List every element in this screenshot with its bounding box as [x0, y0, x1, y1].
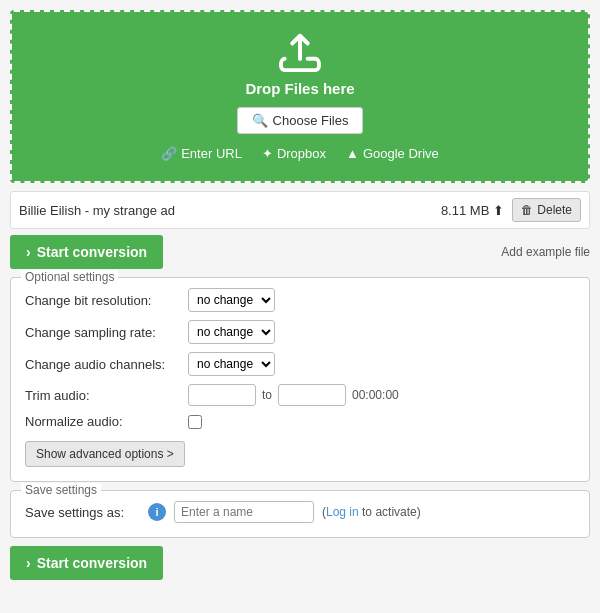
sampling-rate-label: Change sampling rate: [25, 325, 180, 340]
audio-channels-row: Change audio channels: no change mono st… [25, 352, 575, 376]
link-icon: 🔗 [161, 146, 177, 161]
trim-start-input[interactable] [188, 384, 256, 406]
choose-files-label: Choose Files [273, 113, 349, 128]
save-as-label: Save settings as: [25, 505, 140, 520]
trim-audio-label: Trim audio: [25, 388, 180, 403]
normalize-audio-label: Normalize audio: [25, 414, 180, 429]
delete-button[interactable]: 🗑 Delete [512, 198, 581, 222]
dropbox-icon: ✦ [262, 146, 273, 161]
start-conversion-button[interactable]: › Start conversion [10, 235, 163, 269]
save-settings-panel: Save settings Save settings as: i (Log i… [10, 490, 590, 538]
trash-icon: 🗑 [521, 203, 533, 217]
normalize-checkbox[interactable] [188, 415, 202, 429]
enter-url-link[interactable]: 🔗 Enter URL [161, 146, 242, 161]
trim-end-input[interactable] [278, 384, 346, 406]
chevron-right-icon: › [26, 244, 31, 260]
optional-settings-panel: Optional settings Change bit resolution:… [10, 277, 590, 482]
drop-zone[interactable]: Drop Files here 🔍 Choose Files 🔗 Enter U… [10, 10, 590, 183]
bottom-action-row: › Start conversion [10, 546, 590, 580]
file-row: Billie Eilish - my strange ad 8.11 MB ⬆ … [10, 191, 590, 229]
login-activate-text: (Log in to activate) [322, 505, 421, 519]
choose-files-button[interactable]: 🔍 Choose Files [237, 107, 364, 134]
drop-links: 🔗 Enter URL ✦ Dropbox ▲ Google Drive [32, 146, 568, 161]
adv-options-row: Show advanced options > [25, 437, 575, 467]
info-icon[interactable]: i [148, 503, 166, 521]
audio-channels-select[interactable]: no change mono stereo [188, 352, 275, 376]
search-icon: 🔍 [252, 113, 268, 128]
trim-time-label: 00:00:00 [352, 388, 399, 402]
file-size: 8.11 MB ⬆ [441, 203, 504, 218]
upload-arrow-icon: ⬆ [493, 203, 504, 218]
bit-resolution-select[interactable]: no change 8 bit 16 bit 24 bit 32 bit [188, 288, 275, 312]
action-row: › Start conversion Add example file [10, 235, 590, 269]
gdrive-icon: ▲ [346, 146, 359, 161]
login-link[interactable]: Log in [326, 505, 359, 519]
upload-icon [276, 32, 324, 74]
normalize-audio-row: Normalize audio: [25, 414, 575, 429]
sampling-rate-select[interactable]: no change 8000 Hz 22050 Hz 44100 Hz 4800… [188, 320, 275, 344]
drop-text: Drop Files here [32, 80, 568, 97]
bit-resolution-label: Change bit resolution: [25, 293, 180, 308]
google-drive-link[interactable]: ▲ Google Drive [346, 146, 439, 161]
sampling-rate-row: Change sampling rate: no change 8000 Hz … [25, 320, 575, 344]
show-advanced-options-button[interactable]: Show advanced options > [25, 441, 185, 467]
save-row: Save settings as: i (Log in to activate) [25, 501, 575, 523]
chevron-right-icon-bottom: › [26, 555, 31, 571]
trim-to-label: to [262, 388, 272, 402]
save-name-input[interactable] [174, 501, 314, 523]
trim-audio-row: Trim audio: to 00:00:00 [25, 384, 575, 406]
file-name: Billie Eilish - my strange ad [19, 203, 433, 218]
optional-settings-title: Optional settings [21, 270, 118, 284]
trim-group: to 00:00:00 [188, 384, 399, 406]
save-settings-title: Save settings [21, 483, 101, 497]
bit-resolution-row: Change bit resolution: no change 8 bit 1… [25, 288, 575, 312]
dropbox-link[interactable]: ✦ Dropbox [262, 146, 326, 161]
audio-channels-label: Change audio channels: [25, 357, 180, 372]
add-example-link[interactable]: Add example file [501, 245, 590, 259]
start-conversion-button-bottom[interactable]: › Start conversion [10, 546, 163, 580]
